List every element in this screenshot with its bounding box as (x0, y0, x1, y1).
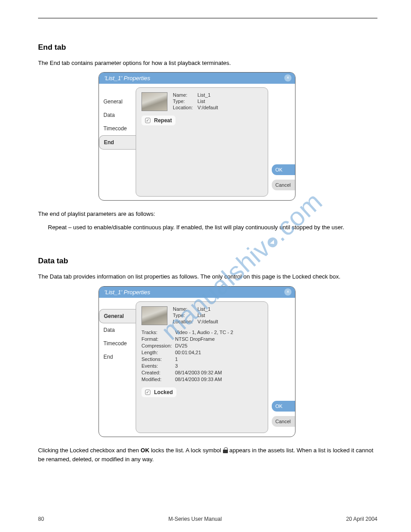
locked-ok-word: OK (141, 447, 150, 454)
dialog-title-text: 'List_1' Properties (104, 75, 150, 82)
tab-general[interactable]: General (99, 309, 136, 323)
close-icon[interactable]: × (284, 288, 291, 296)
ok-button[interactable]: OK (272, 164, 295, 175)
created-value: 08/14/2003 09:32 AM (175, 370, 222, 375)
sections-label: Sections: (141, 356, 175, 362)
modified-value: 08/14/2003 09:33 AM (175, 377, 222, 382)
tab-general[interactable]: General (99, 95, 136, 108)
type-label: Type: (173, 313, 197, 318)
tab-data[interactable]: Data (99, 323, 136, 337)
checkmark-icon: ✓ (145, 118, 150, 123)
repeat-description: Repeat – used to enable/disable continuo… (38, 223, 377, 232)
name-label: Name: (173, 306, 197, 312)
lock-icon (223, 447, 228, 453)
watermark-dot-icon (266, 235, 280, 249)
thumbnail-icon (141, 92, 167, 111)
tab-end[interactable]: End (99, 135, 136, 150)
locked-text-a: Clicking the Locked checkbox and then (38, 447, 141, 454)
events-label: Events: (141, 363, 175, 369)
thumbnail-icon (141, 306, 167, 325)
name-label: Name: (173, 92, 197, 98)
dialog-title: 'List_1' Properties × (99, 287, 295, 298)
repeat-label: Repeat (154, 117, 172, 124)
name-value: List_1 (197, 92, 210, 98)
cancel-button[interactable]: Cancel (272, 180, 295, 190)
format-value: NTSC DropFrame (175, 336, 215, 342)
tab-timecode[interactable]: Timecode (99, 337, 136, 350)
type-value: List (197, 313, 205, 318)
tab-end[interactable]: End (99, 350, 136, 364)
compression-label: Compression: (141, 343, 175, 348)
tab-data[interactable]: Data (99, 108, 136, 122)
end-tab-panel: Name:List_1 Type:List Location:V:/defaul… (136, 87, 268, 197)
locked-text-c: locks the list. A lock symbol (150, 447, 223, 454)
section-end-tab: End tab The End tab contains parameter o… (38, 43, 377, 232)
events-value: 3 (175, 363, 178, 369)
properties-dialog-data: 'List_1' Properties × General Data Timec… (98, 286, 295, 437)
modified-label: Modified: (141, 377, 175, 382)
tracks-label: Tracks: (141, 330, 175, 335)
manual-title: M-Series User Manual (168, 516, 222, 522)
tab-timecode[interactable]: Timecode (99, 122, 136, 135)
location-label: Location: (173, 319, 197, 324)
dialog-title: 'List_1' Properties × (99, 73, 295, 84)
dialog-tabs: General Data Timecode End (99, 84, 136, 200)
repeat-checkbox-row[interactable]: ✓ Repeat (141, 116, 176, 125)
type-label: Type: (173, 99, 197, 104)
dialog-tabs: General Data Timecode End (99, 298, 136, 437)
footer-date: 20 April 2004 (346, 516, 377, 522)
section-data-tab: Data tab The Data tab provides informati… (38, 257, 377, 463)
name-value: List_1 (197, 306, 210, 312)
header-rule (38, 18, 377, 18)
locked-label: Locked (154, 389, 173, 395)
length-value: 00:01:04,21 (175, 350, 201, 355)
end-tab-heading: End tab (38, 43, 377, 52)
properties-dialog-end: 'List_1' Properties × General Data Timec… (98, 72, 295, 201)
sections-value: 1 (175, 356, 178, 362)
page-number: 80 (38, 516, 44, 522)
cancel-button[interactable]: Cancel (272, 416, 295, 427)
dialog-title-text: 'List_1' Properties (104, 289, 150, 296)
location-value: V:/default (197, 319, 218, 324)
data-tab-heading: Data tab (38, 257, 377, 266)
created-label: Created: (141, 370, 175, 375)
end-tab-intro: The End tab contains parameter options f… (38, 59, 377, 68)
location-label: Location: (173, 105, 197, 110)
type-value: List (197, 99, 205, 104)
length-label: Length: (141, 350, 175, 355)
data-tab-panel: Name:List_1 Type:List Location:V:/defaul… (136, 301, 268, 433)
locked-description: Clicking the Locked checkbox and then OK… (38, 446, 377, 464)
format-label: Format: (141, 336, 175, 342)
tracks-value: Video - 1, Audio - 2, TC - 2 (175, 330, 233, 335)
checkmark-icon: ✓ (145, 390, 150, 395)
ok-button[interactable]: OK (272, 401, 295, 412)
end-params-intro: The end of playlist parameters are as fo… (38, 210, 377, 219)
locked-checkbox-row[interactable]: ✓ Locked (141, 387, 176, 397)
compression-value: DV25 (175, 343, 188, 348)
data-tab-intro: The Data tab provides information on lis… (38, 272, 377, 281)
location-value: V:/default (197, 105, 218, 110)
close-icon[interactable]: × (284, 74, 291, 82)
page-footer: 80 M-Series User Manual 20 April 2004 (38, 516, 377, 522)
